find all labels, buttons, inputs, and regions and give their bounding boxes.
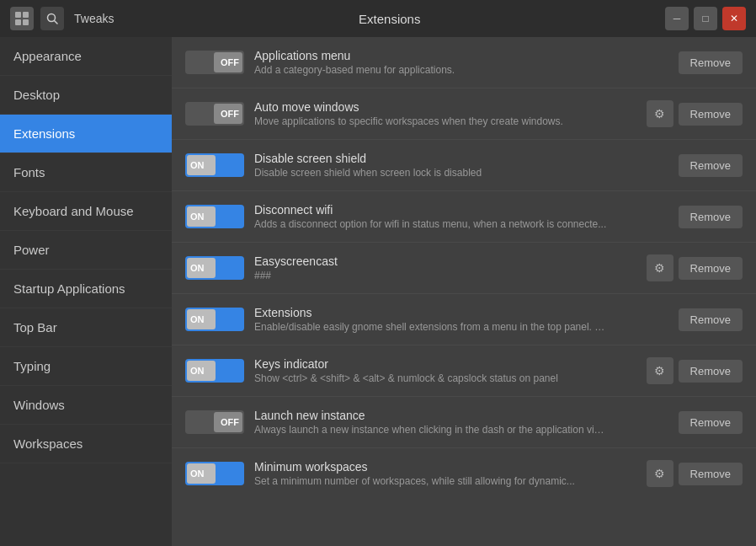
svg-line-5: [55, 21, 58, 24]
extension-name: Launch new instance: [254, 409, 668, 422]
sidebar-item-extensions[interactable]: Extensions: [0, 115, 172, 153]
extension-gear-button[interactable]: ⚙: [647, 357, 673, 384]
svg-rect-3: [23, 19, 29, 25]
extension-info: ExtensionsEnable/disable easily gnome sh…: [254, 306, 668, 333]
extension-name: Keys indicator: [254, 357, 636, 371]
extension-remove-button[interactable]: Remove: [679, 154, 743, 177]
extension-info: Launch new instanceAlways launch a new i…: [254, 409, 668, 436]
extension-name: Minimum workspaces: [254, 460, 636, 474]
extension-info: Easyscreencast###: [254, 254, 636, 281]
extension-description: ###: [254, 270, 608, 281]
extension-actions: Remove: [679, 206, 743, 228]
extension-toggle-3[interactable]: ON: [185, 205, 244, 228]
extension-actions: ⚙Remove: [647, 460, 743, 487]
extension-remove-button[interactable]: Remove: [679, 257, 743, 280]
extension-remove-button[interactable]: Remove: [679, 51, 743, 74]
extension-actions: ⚙Remove: [647, 357, 743, 384]
extension-info: Keys indicatorShow <ctrl> & <shift> & <a…: [254, 357, 636, 384]
extension-toggle-8[interactable]: ON: [185, 462, 244, 485]
extension-name: Auto move windows: [254, 100, 636, 114]
sidebar-item-windows[interactable]: Windows: [0, 386, 172, 425]
extension-description: Adds a disconnect option for wifi in sta…: [254, 218, 608, 230]
sidebar: AppearanceDesktopExtensionsFontsKeyboard…: [0, 37, 172, 546]
minimize-button[interactable]: ─: [665, 7, 689, 30]
extension-description: Add a category-based menu for applicatio…: [254, 64, 608, 76]
window-controls: ─ □ ✕: [665, 7, 746, 30]
extension-remove-button[interactable]: Remove: [679, 411, 743, 434]
extension-row: ONEasyscreencast###⚙Remove: [172, 243, 756, 294]
extension-description: Enable/disable easily gnome shell extens…: [254, 321, 608, 333]
extension-toggle-5[interactable]: ON: [185, 308, 244, 331]
extension-toggle-6[interactable]: ON: [185, 359, 244, 383]
sidebar-item-appearance[interactable]: Appearance: [0, 37, 172, 76]
extension-row: ONMinimum workspacesSet a minimum number…: [172, 448, 756, 499]
extension-info: Disconnect wifiAdds a disconnect option …: [254, 203, 668, 230]
extension-row: OFFAuto move windowsMove applications to…: [172, 88, 756, 140]
svg-rect-0: [15, 12, 21, 18]
sidebar-item-workspaces[interactable]: Workspaces: [0, 425, 172, 463]
extension-name: Disable screen shield: [254, 152, 668, 165]
extension-actions: Remove: [679, 51, 743, 74]
extension-actions: Remove: [679, 308, 743, 331]
sidebar-item-keyboard-and-mouse[interactable]: Keyboard and Mouse: [0, 192, 172, 231]
extension-row: OFFLaunch new instanceAlways launch a ne…: [172, 397, 756, 448]
extension-description: Always launch a new instance when clicki…: [254, 424, 608, 436]
extension-toggle-4[interactable]: ON: [185, 256, 244, 280]
extension-name: Extensions: [254, 306, 668, 319]
maximize-button[interactable]: □: [694, 7, 717, 30]
extension-gear-button[interactable]: ⚙: [647, 100, 673, 127]
extension-name: Disconnect wifi: [254, 203, 668, 217]
extension-actions: ⚙Remove: [647, 100, 743, 127]
extension-actions: Remove: [679, 411, 743, 434]
sidebar-item-typing[interactable]: Typing: [0, 347, 172, 386]
extension-remove-button[interactable]: Remove: [679, 463, 743, 485]
sidebar-item-power[interactable]: Power: [0, 231, 172, 270]
extension-row: ONDisable screen shieldDisable screen sh…: [172, 140, 756, 191]
extension-info: Minimum workspacesSet a minimum number o…: [254, 460, 636, 487]
extension-remove-button[interactable]: Remove: [679, 360, 743, 383]
main-layout: AppearanceDesktopExtensionsFontsKeyboard…: [0, 37, 756, 546]
extension-toggle-7[interactable]: OFF: [185, 410, 244, 434]
sidebar-item-top-bar[interactable]: Top Bar: [0, 308, 172, 347]
extension-info: Auto move windowsMove applications to sp…: [254, 100, 636, 127]
extension-description: Set a minimum number of workspaces, whil…: [254, 475, 608, 487]
extension-gear-button[interactable]: ⚙: [647, 254, 673, 281]
extension-description: Disable screen shield when screen lock i…: [254, 167, 608, 179]
extension-actions: ⚙Remove: [647, 254, 743, 281]
extension-name: Easyscreencast: [254, 254, 636, 268]
titlebar-left: Tweaks: [10, 7, 114, 30]
extension-toggle-1[interactable]: OFF: [185, 102, 244, 126]
sidebar-item-fonts[interactable]: Fonts: [0, 153, 172, 192]
extension-remove-button[interactable]: Remove: [679, 308, 743, 331]
search-button[interactable]: [40, 7, 64, 30]
extension-toggle-0[interactable]: OFF: [185, 51, 244, 74]
extension-gear-button[interactable]: ⚙: [647, 460, 673, 487]
app-icon: [10, 7, 34, 30]
extension-description: Move applications to specific workspaces…: [254, 115, 608, 127]
sidebar-item-startup-applications[interactable]: Startup Applications: [0, 270, 172, 308]
extension-row: ONExtensionsEnable/disable easily gnome …: [172, 294, 756, 345]
app-name-label: Tweaks: [74, 12, 114, 25]
svg-rect-2: [15, 19, 21, 25]
extension-info: Applications menuAdd a category-based me…: [254, 49, 668, 76]
extension-info: Disable screen shieldDisable screen shie…: [254, 152, 668, 179]
extension-name: Applications menu: [254, 49, 668, 62]
sidebar-item-desktop[interactable]: Desktop: [0, 76, 172, 115]
extension-description: Show <ctrl> & <shift> & <alt> & numlock …: [254, 372, 608, 384]
extension-remove-button[interactable]: Remove: [679, 103, 743, 126]
svg-rect-1: [23, 12, 29, 18]
extension-toggle-2[interactable]: ON: [185, 153, 244, 177]
titlebar: Tweaks Extensions ─ □ ✕: [0, 0, 756, 37]
extension-row: ONDisconnect wifiAdds a disconnect optio…: [172, 191, 756, 243]
close-button[interactable]: ✕: [722, 7, 746, 30]
window-title: Extensions: [114, 12, 665, 26]
extension-actions: Remove: [679, 154, 743, 177]
extensions-content: OFFApplications menuAdd a category-based…: [172, 37, 756, 546]
extension-remove-button[interactable]: Remove: [679, 206, 743, 228]
extension-row: OFFApplications menuAdd a category-based…: [172, 37, 756, 88]
extension-row: ONKeys indicatorShow <ctrl> & <shift> & …: [172, 345, 756, 397]
